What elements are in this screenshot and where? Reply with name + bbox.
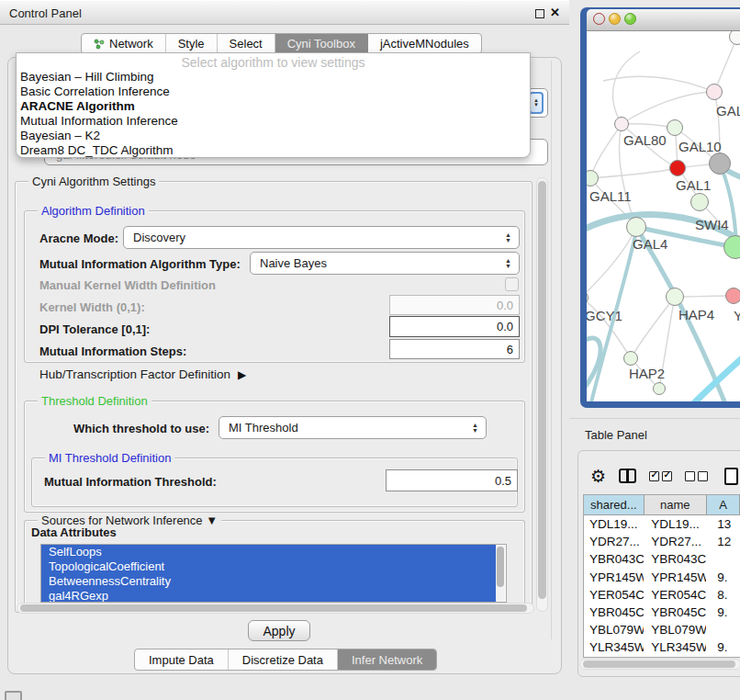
node-label: GAL1: [676, 177, 711, 193]
data-attribute-item[interactable]: TopologicalCoefficient: [41, 559, 496, 574]
table-row[interactable]: YBR043CYBR043C: [584, 550, 740, 568]
manual-kernel-checkbox[interactable]: [505, 277, 519, 291]
data-attribute-item[interactable]: BetweennessCentrality: [41, 574, 496, 589]
node-label: GAL10: [678, 139, 722, 154]
aracne-mode-combo[interactable]: Discovery ▲▼: [123, 226, 520, 249]
table-row[interactable]: YER054CYER054C8.: [584, 586, 740, 604]
tab-network[interactable]: Network: [82, 34, 166, 53]
table-cell: 8.: [706, 588, 740, 602]
network-node[interactable]: [623, 351, 638, 366]
table-cell: YBR045C: [584, 605, 644, 619]
column-header-name[interactable]: name: [645, 495, 707, 514]
network-node[interactable]: [709, 152, 731, 175]
panel-inner-edge: [551, 61, 552, 639]
algorithm-option[interactable]: Basic Correlation Inference: [17, 85, 530, 99]
network-node[interactable]: [666, 288, 684, 306]
data-attribute-item[interactable]: gal4RGexp: [41, 589, 496, 603]
algorithm-option[interactable]: Bayesian – K2: [17, 129, 530, 143]
mi-threshold-field[interactable]: 0.5: [386, 469, 518, 491]
tab-discretize-data[interactable]: Discretize Data: [229, 649, 338, 670]
network-node[interactable]: [669, 160, 686, 176]
close-icon[interactable]: ✕: [550, 6, 560, 19]
column-header-a[interactable]: A: [707, 495, 740, 514]
tab-select[interactable]: Select: [218, 34, 275, 53]
columns-icon[interactable]: [619, 469, 636, 483]
network-node[interactable]: [667, 119, 683, 136]
table-cell: YDL19...: [584, 517, 644, 531]
dpi-tolerance-field[interactable]: 0.0: [389, 316, 520, 337]
tab-cyni-toolbox[interactable]: Cyni Toolbox: [275, 34, 368, 53]
select-all-checks-icon[interactable]: [649, 471, 672, 481]
table-horizontal-scrollbar[interactable]: [579, 659, 740, 670]
table-row[interactable]: YDR27...YDR27...12: [584, 533, 740, 550]
mi-steps-field[interactable]: 6: [389, 339, 520, 359]
network-node[interactable]: [626, 217, 646, 237]
algorithm-dropdown: Select algorithm to view settings Bayesi…: [16, 52, 531, 158]
tab-infer-network[interactable]: Infer Network: [338, 649, 436, 670]
table-cell: 12: [706, 535, 740, 548]
threshold-definition-title: Threshold Definition: [38, 394, 151, 408]
combo-arrows-icon: ▲▼: [505, 232, 511, 243]
table-row[interactable]: YDL19...YDL19...13: [584, 515, 740, 533]
table-row[interactable]: YPR145WYPR145W9.: [584, 569, 740, 586]
table-row[interactable]: YLR345WYLR345W9.: [584, 638, 740, 656]
column-header-shared-name[interactable]: shared...: [584, 495, 645, 514]
tab-impute-data[interactable]: Impute Data: [135, 649, 229, 670]
control-panel-tabbar: Network Style Select Cyni Toolbox jActiv…: [81, 33, 482, 54]
data-attributes-list: SelfLoopsTopologicalCoefficientBetweenne…: [40, 544, 507, 603]
network-node[interactable]: [653, 382, 666, 395]
settings-vertical-scrollbar[interactable]: [536, 177, 548, 612]
network-window-titlebar[interactable]: [587, 9, 740, 31]
algorithm-option[interactable]: Bayesian – Hill Climbing: [17, 70, 530, 85]
manual-kernel-label: Manual Kernel Width Definition: [39, 278, 216, 292]
control-panel-title: Control Panel: [9, 6, 82, 20]
kernel-width-label: Kernel Width (0,1):: [39, 300, 145, 314]
which-threshold-combo[interactable]: MI Threshold ▲▼: [219, 416, 487, 439]
grid-icon[interactable]: [5, 691, 22, 700]
dropdown-placeholder: Select algorithm to view settings: [17, 53, 530, 70]
algorithm-option[interactable]: Mutual Information Inference: [17, 114, 530, 129]
collapse-arrow-icon: ▼: [206, 514, 218, 527]
kernel-width-field[interactable]: 0.0: [389, 295, 520, 315]
table-cell: 9.: [706, 640, 740, 654]
dpi-tolerance-label: DPI Tolerance [0,1]:: [39, 322, 150, 336]
which-threshold-label: Which threshold to use:: [73, 422, 209, 435]
node-label: GAL80: [623, 132, 667, 148]
mi-type-combo[interactable]: Naive Bayes ▲▼: [250, 252, 520, 275]
settings-horizontal-scrollbar[interactable]: [17, 603, 534, 614]
document-icon[interactable]: [724, 468, 738, 485]
apply-button[interactable]: Apply: [248, 620, 310, 641]
algorithm-option[interactable]: ARACNE Algorithm: [17, 99, 530, 114]
mi-type-label: Mutual Information Algorithm Type:: [39, 257, 241, 271]
zoom-traffic-light-icon[interactable]: [624, 13, 636, 25]
data-attribute-item[interactable]: SelfLoops: [41, 545, 496, 559]
mi-threshold-group-title: MI Threshold Definition: [45, 451, 174, 465]
minimize-traffic-light-icon[interactable]: [609, 13, 621, 25]
table-cell: 13: [706, 517, 740, 531]
network-icon: [94, 39, 105, 50]
close-traffic-light-icon[interactable]: [593, 13, 605, 25]
table-header-row: shared... name A: [584, 495, 740, 515]
algorithm-definition-title: Algorithm Definition: [38, 204, 149, 218]
table-row[interactable]: YBL079WYBL079W: [584, 621, 740, 638]
network-node[interactable]: [690, 193, 709, 211]
dropdown-item-list: Bayesian – Hill ClimbingBasic Correlatio…: [17, 70, 530, 158]
settings-group-title: Cyni Algorithm Settings: [28, 175, 159, 188]
combo-arrows-icon[interactable]: ▲▼: [529, 92, 544, 114]
table-row[interactable]: YIL052CYIL052C9.: [584, 657, 740, 659]
table-row[interactable]: YBR045CYBR045C9.: [584, 604, 740, 621]
tab-jactivemnodules[interactable]: jActiveMNodules: [368, 34, 481, 53]
tab-style[interactable]: Style: [166, 34, 218, 53]
network-node[interactable]: [614, 117, 629, 131]
float-window-icon[interactable]: [535, 9, 544, 18]
tab-label: Network: [109, 37, 153, 51]
hub-definition-toggle[interactable]: Hub/Transcription Factor Definition▶: [39, 367, 246, 381]
node-label: HAP2: [629, 366, 665, 381]
network-node[interactable]: [725, 288, 740, 304]
algorithm-option[interactable]: Dream8 DC_TDC Algorithm: [17, 143, 530, 158]
network-canvas[interactable]: GALGAL80GAL10GAL1GAL11SWI4GAL4GCY1HAP4YH…: [587, 31, 740, 401]
network-node[interactable]: [706, 84, 723, 100]
gear-icon[interactable]: ⚙: [590, 468, 606, 485]
deselect-all-checks-icon[interactable]: [685, 471, 708, 481]
list-scrollbar[interactable]: [496, 546, 505, 603]
